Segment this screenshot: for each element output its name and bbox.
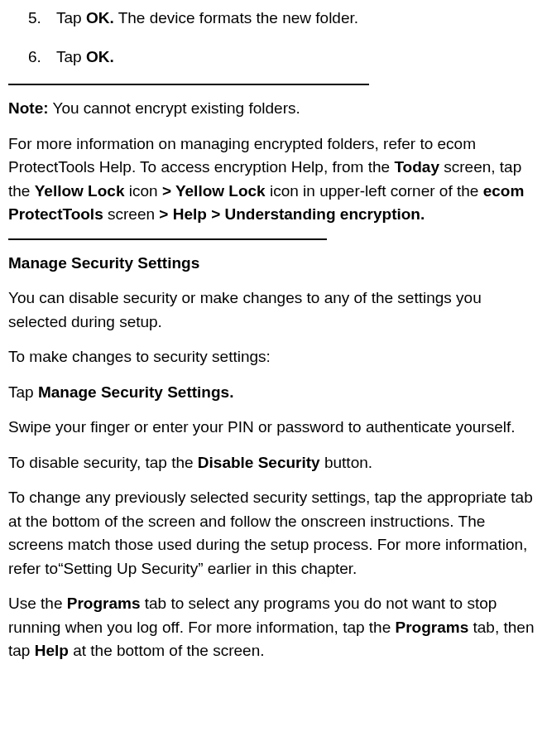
bold-help: Help	[35, 642, 69, 659]
paragraph: Swipe your finger or enter your PIN or p…	[8, 416, 539, 440]
note-paragraph: Note: You cannot encrypt existing folder…	[8, 97, 539, 121]
note-label: Note:	[8, 99, 49, 117]
paragraph: Use the Programs tab to select any progr…	[8, 592, 539, 663]
paragraph: To make changes to security settings:	[8, 345, 539, 369]
bold-disable-security: Disable Security	[198, 454, 320, 471]
step-number: 6.	[28, 46, 56, 70]
text: icon	[124, 182, 161, 200]
text: at the bottom of the screen.	[69, 642, 265, 659]
text: icon in upper-left corner of the	[266, 182, 483, 200]
text: Use the	[8, 595, 67, 612]
text: Tap	[8, 383, 38, 401]
step-text-prefix: Tap	[56, 9, 86, 26]
step-5: 5. Tap OK. The device formats the new fo…	[8, 7, 539, 31]
text: button.	[320, 454, 372, 471]
step-6: 6. Tap OK.	[8, 46, 539, 70]
paragraph: To change any previously selected securi…	[8, 486, 539, 580]
divider	[8, 238, 327, 240]
step-text-bold: OK.	[86, 48, 114, 65]
text: To disable security, tap the	[8, 454, 198, 471]
bold-programs: Programs	[67, 595, 141, 612]
step-number: 5.	[28, 7, 56, 31]
step-text-prefix: Tap	[56, 48, 86, 65]
bold-help-path: > Help > Understanding encryption.	[159, 205, 425, 223]
info-paragraph: For more information on managing encrypt…	[8, 132, 539, 227]
text: screen	[103, 205, 160, 223]
bold-manage-security: Manage Security Settings.	[38, 383, 234, 401]
note-text: You cannot encrypt existing folders.	[49, 99, 300, 117]
paragraph: To disable security, tap the Disable Sec…	[8, 451, 539, 475]
paragraph: You can disable security or make changes…	[8, 287, 539, 334]
paragraph: Tap Manage Security Settings.	[8, 381, 539, 405]
bold-yellow-lock-2: > Yellow Lock	[162, 182, 266, 200]
bold-yellow-lock: Yellow Lock	[35, 182, 125, 200]
step-text-bold: OK.	[86, 9, 114, 26]
bold-programs-2: Programs	[396, 619, 469, 636]
step-text-suffix: The device formats the new folder.	[114, 9, 358, 26]
section-heading: Manage Security Settings	[8, 252, 539, 276]
bold-today: Today	[394, 158, 439, 176]
step-content: Tap OK. The device formats the new folde…	[56, 7, 539, 31]
divider	[8, 84, 369, 85]
step-content: Tap OK.	[56, 46, 539, 70]
